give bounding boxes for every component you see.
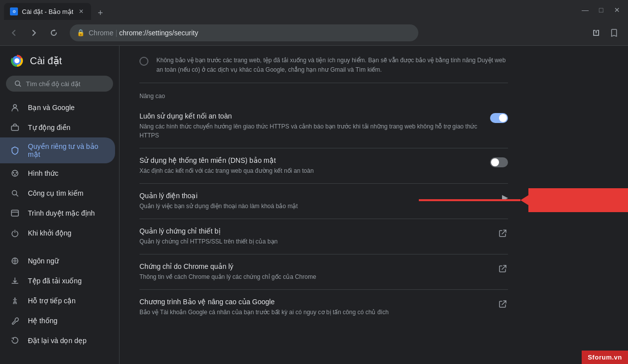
browser-icon xyxy=(10,208,20,218)
sidebar-item-he-thong[interactable]: Hệ thống xyxy=(0,311,115,331)
setting-control: ▶ xyxy=(502,193,508,202)
url-prefix: Chrome xyxy=(89,29,114,37)
setting-desc: Xác định các kết nối với các trang web q… xyxy=(139,166,482,175)
sidebar-item-tu-dong-dien[interactable]: Tự động điền xyxy=(0,118,115,137)
no-protection-desc: Không bảo vệ bạn trước các trang web, tệ… xyxy=(156,56,508,75)
search-nav-icon xyxy=(10,188,20,198)
key-icon xyxy=(10,122,20,132)
sidebar-item-tep-da-tai-xuong[interactable]: Tệp đã tải xuống xyxy=(0,271,115,291)
person-icon xyxy=(10,103,20,113)
address-bar[interactable]: 🔒 Chrome | chrome://settings/security xyxy=(70,24,418,41)
setting-title: Quản lý điện thoại xyxy=(139,192,494,200)
sidebar-item-label: Quyền riêng tư và bảo mật xyxy=(28,142,105,158)
setting-chuong-trinh-bao-ve[interactable]: Chương trình Bảo vệ nâng cao của Google … xyxy=(139,290,508,325)
https-toggle[interactable] xyxy=(490,113,508,123)
sidebar-item-tien-ich[interactable]: Tiện ích ↗ xyxy=(0,359,115,364)
tab-close-button[interactable]: ✕ xyxy=(77,7,85,15)
setting-text: Quản lý điện thoại Quản lý việc bạn sử d… xyxy=(139,192,494,211)
minimize-button[interactable]: — xyxy=(578,3,592,17)
dns-toggle[interactable] xyxy=(490,157,508,167)
setting-title: Quản lý chứng chỉ thiết bị xyxy=(139,227,490,235)
toggle-knob xyxy=(491,158,499,166)
forward-button[interactable] xyxy=(26,25,42,41)
app-layout: Cài đặt Tìm chế độ cài đặt Bạn và Google xyxy=(0,46,628,364)
sidebar-item-label: Ngôn ngữ xyxy=(28,257,59,265)
sidebar-item-label: Hình thức xyxy=(28,169,58,177)
app-title: Cài đặt xyxy=(30,55,62,67)
setting-text: Luôn sử dụng kết nối an toàn Nâng các hì… xyxy=(139,112,482,140)
no-protection-option: Không bảo vệ bạn trước các trang web, tệ… xyxy=(139,46,508,83)
setting-control xyxy=(498,299,508,311)
setting-title: Luôn sử dụng kết nối an toàn xyxy=(139,112,482,120)
tab-bar: ⚙ Cài đặt - Bảo mật ✕ + xyxy=(4,0,107,20)
svg-point-3 xyxy=(14,58,19,63)
external-link-icon xyxy=(498,299,508,311)
setting-desc: Nâng các hình thức chuyển hướng lên giao… xyxy=(139,122,482,140)
sidebar-item-label: Hệ thống xyxy=(28,317,57,325)
sidebar-item-label: Hỗ trợ tiếp cận xyxy=(28,297,76,305)
setting-control xyxy=(498,228,508,241)
maximize-button[interactable]: □ xyxy=(594,3,608,17)
setting-control xyxy=(490,157,508,167)
setting-control xyxy=(490,113,508,123)
external-link-icon xyxy=(498,228,508,241)
setting-quan-ly-dien-thoai[interactable]: Quản lý điện thoại Quản lý việc bạn sử d… xyxy=(139,184,508,219)
accessibility-icon xyxy=(10,296,20,306)
setting-title: Chứng chỉ do Chrome quản lý xyxy=(139,262,490,270)
sidebar-item-quyen-rieng-tu[interactable]: Quyền riêng tư và bảo mật xyxy=(0,137,115,163)
setting-title: Chương trình Bảo vệ nâng cao của Google xyxy=(139,298,490,306)
main-content: Không bảo vệ bạn trước các trang web, tệ… xyxy=(120,46,628,364)
sidebar-item-khi-khoi-dong[interactable]: Khi khởi động xyxy=(0,223,115,243)
sidebar-item-label: Khi khởi động xyxy=(28,229,71,237)
sidebar-item-ban-va-google[interactable]: Bạn và Google xyxy=(0,98,115,118)
tab-title: Cài đặt - Bảo mật xyxy=(22,8,73,15)
url-path: chrome://settings/security xyxy=(119,29,198,37)
setting-chung-chi-chrome[interactable]: Chứng chỉ do Chrome quản lý Thông tin về… xyxy=(139,254,508,290)
globe-icon xyxy=(10,256,20,266)
search-placeholder: Tìm chế độ cài đặt xyxy=(26,80,80,88)
setting-desc: Bảo vệ Tài khoản Google cá nhân của bạn … xyxy=(139,308,490,317)
setting-quan-ly-chung-chi[interactable]: Quản lý chứng chỉ thiết bị Quản lý chứng… xyxy=(139,219,508,254)
active-tab[interactable]: ⚙ Cài đặt - Bảo mật ✕ xyxy=(4,3,91,20)
svg-point-8 xyxy=(13,172,14,174)
tab-favicon: ⚙ xyxy=(10,7,18,15)
setting-title: Sử dụng hệ thống tên miền (DNS) bảo mật xyxy=(139,156,482,164)
no-protection-radio[interactable] xyxy=(139,57,148,66)
svg-rect-12 xyxy=(11,210,18,216)
back-button[interactable] xyxy=(6,25,22,41)
setting-control xyxy=(498,263,508,276)
advanced-label: Nâng cao xyxy=(139,93,165,100)
share-button[interactable] xyxy=(588,25,604,41)
sidebar-item-label: Đặt lại và dọn dẹp xyxy=(28,337,87,345)
toggle-knob xyxy=(499,114,507,122)
advanced-section: Nâng cao xyxy=(139,83,508,104)
url-display: Chrome | chrome://settings/security xyxy=(89,29,411,37)
reload-button[interactable] xyxy=(46,25,62,41)
chrome-logo-icon xyxy=(10,54,24,68)
setting-text: Sử dụng hệ thống tên miền (DNS) bảo mật … xyxy=(139,156,482,175)
close-button[interactable]: ✕ xyxy=(610,3,624,17)
security-icon: 🔒 xyxy=(77,29,85,36)
sidebar-item-label: Bạn và Google xyxy=(28,104,75,112)
sidebar-item-ho-tro-tiep-can[interactable]: Hỗ trợ tiếp cận xyxy=(0,291,115,311)
sforum-badge: Sforum.vn xyxy=(582,351,628,364)
sidebar-item-label: Công cụ tìm kiếm xyxy=(28,189,83,197)
search-box[interactable]: Tìm chế độ cài đặt xyxy=(6,76,113,92)
sidebar-item-ngon-ngu[interactable]: Ngôn ngữ xyxy=(0,251,115,271)
setting-dns: Sử dụng hệ thống tên miền (DNS) bảo mật … xyxy=(139,148,508,184)
palette-icon xyxy=(10,168,20,178)
sidebar-item-cong-cu-tim-kiem[interactable]: Công cụ tìm kiếm xyxy=(0,183,115,203)
search-icon xyxy=(14,80,22,88)
sidebar-item-trinh-duyet[interactable]: Trình duyệt mặc định xyxy=(0,203,115,223)
bookmark-button[interactable] xyxy=(606,25,622,41)
sidebar-item-label: Tự động điền xyxy=(28,123,70,131)
sidebar-header: Cài đặt xyxy=(0,50,119,76)
new-tab-button[interactable]: + xyxy=(93,6,107,20)
sidebar-item-hinh-thuc[interactable]: Hình thức xyxy=(0,163,115,183)
sidebar-item-dat-lai[interactable]: Đặt lại và dọn dẹp xyxy=(0,331,115,351)
sidebar-item-label: Trình duyệt mặc định xyxy=(28,209,95,217)
toolbar: 🔒 Chrome | chrome://settings/security xyxy=(0,20,628,46)
svg-point-10 xyxy=(14,174,16,176)
setting-text: Chứng chỉ do Chrome quản lý Thông tin về… xyxy=(139,262,490,281)
window-controls: — □ ✕ xyxy=(578,3,624,17)
